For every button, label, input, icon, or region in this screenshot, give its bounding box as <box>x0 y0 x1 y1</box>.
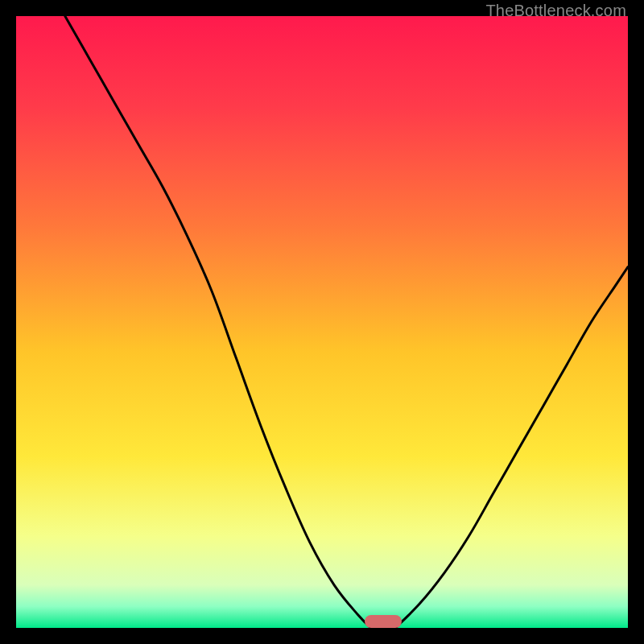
curve-left-branch <box>65 16 371 628</box>
chart-frame: TheBottleneck.com <box>0 0 644 644</box>
optimal-marker <box>365 615 402 628</box>
bottleneck-curve <box>16 16 628 628</box>
plot-area <box>16 16 628 628</box>
curve-right-branch <box>395 267 628 628</box>
watermark-text: TheBottleneck.com <box>485 2 626 20</box>
